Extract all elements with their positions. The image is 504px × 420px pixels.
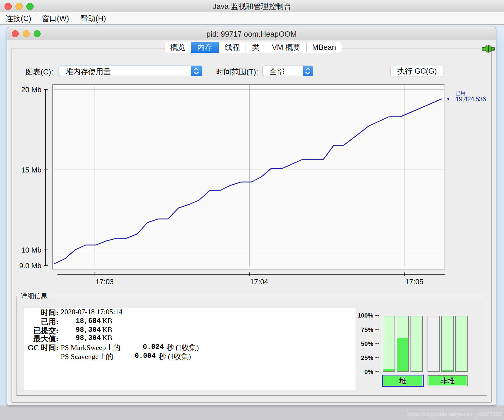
svg-text:19,424,536: 19,424,536 <box>456 95 486 103</box>
svg-text:20 Mb: 20 Mb <box>21 85 41 94</box>
svg-text:17:04: 17:04 <box>250 277 268 286</box>
svg-text:17:03: 17:03 <box>95 277 114 286</box>
svg-text:15 Mb: 15 Mb <box>21 166 41 174</box>
svg-text:10 Mb: 10 Mb <box>21 246 41 254</box>
svg-text:17:05: 17:05 <box>405 277 423 286</box>
svg-text:9.0 Mb: 9.0 Mb <box>19 262 42 270</box>
